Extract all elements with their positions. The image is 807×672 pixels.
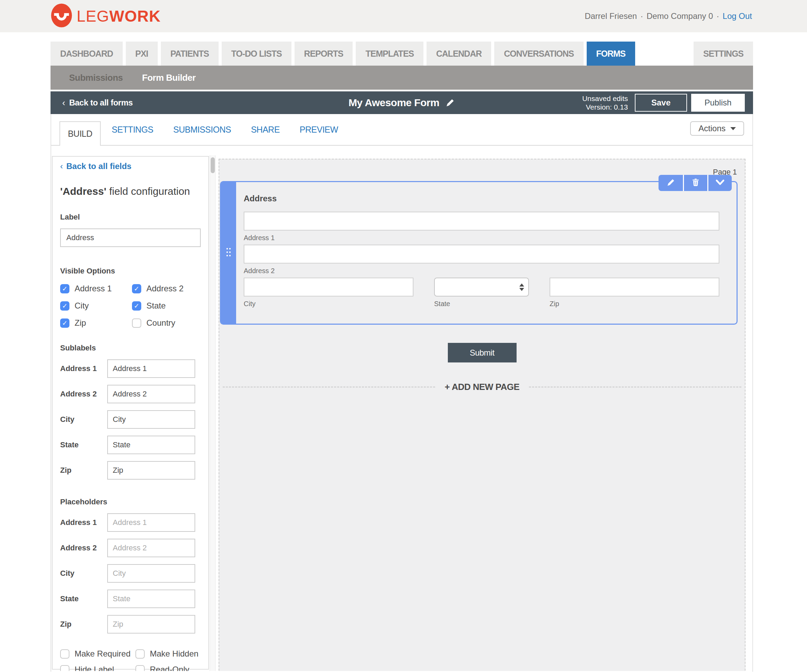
actions-dropdown-button[interactable]: Actions <box>690 121 744 136</box>
logout-link[interactable]: Log Out <box>723 12 752 21</box>
visible-option-city[interactable]: City <box>60 301 132 310</box>
back-to-all-forms-link[interactable]: ‹ Back to all forms <box>62 98 133 108</box>
delete-field-button[interactable] <box>683 175 707 191</box>
config-panel-scrollbar[interactable] <box>210 155 216 671</box>
back-chevron-icon: ‹ <box>60 161 63 171</box>
nav-tab-forms[interactable]: FORMS <box>587 41 635 66</box>
field-flags: Make Required Make Hidden Hide Label Rea… <box>60 649 201 671</box>
checkbox-hide-label[interactable] <box>60 665 70 671</box>
config-panel-title: 'Address' field configuration <box>60 186 201 197</box>
label-heading: Label <box>60 212 201 222</box>
field-label-input[interactable] <box>60 229 201 247</box>
form-tab-links: SETTINGS SUBMISSIONS SHARE PREVIEW <box>112 114 338 145</box>
sublabel-zip-input[interactable] <box>107 461 195 480</box>
state-column: State <box>434 277 529 310</box>
placeholder-address2-input[interactable] <box>107 539 195 557</box>
tab-preview[interactable]: PREVIEW <box>300 125 338 135</box>
logo-wordmark: LEGWORK <box>76 7 161 25</box>
sublabel-address1-input[interactable] <box>107 359 195 378</box>
add-new-page-button[interactable]: + ADD NEW PAGE <box>223 382 741 392</box>
checkbox-read-only[interactable] <box>135 665 145 671</box>
nav-tab-conversations[interactable]: CONVERSATIONS <box>494 41 583 66</box>
visible-option-state[interactable]: State <box>132 301 201 310</box>
pencil-icon <box>666 178 675 188</box>
form-title-wrap: My Awesome Form <box>349 97 455 109</box>
sublabels-heading: Sublabels <box>60 343 201 352</box>
nav-tab-reports[interactable]: REPORTS <box>294 41 353 66</box>
address2-input[interactable] <box>244 245 719 264</box>
city-state-zip-row: City State <box>244 277 719 310</box>
zip-sublabel: Zip <box>550 300 719 308</box>
save-button[interactable]: Save <box>635 94 687 112</box>
grip-dots-icon <box>226 247 231 259</box>
scrollbar-thumb[interactable] <box>211 158 215 173</box>
back-chevron-icon: ‹ <box>62 98 65 108</box>
checkbox-make-required[interactable] <box>60 649 70 659</box>
submit-button[interactable]: Submit <box>448 343 516 362</box>
tab-build[interactable]: BUILD <box>60 121 101 146</box>
edit-field-button[interactable] <box>659 175 683 191</box>
zip-input[interactable] <box>550 277 719 297</box>
nav-tab-pxi[interactable]: PXI <box>126 41 158 66</box>
caret-down-icon <box>731 127 736 130</box>
checkbox-city[interactable] <box>60 301 70 310</box>
select-arrows-icon <box>519 284 524 291</box>
legwork-logo-icon <box>50 3 73 29</box>
placeholder-state-input[interactable] <box>107 589 195 608</box>
visible-option-country[interactable]: Country <box>132 318 201 328</box>
collapse-field-button[interactable] <box>707 175 732 191</box>
placeholder-row-address2: Address 2 <box>60 539 201 557</box>
back-to-all-fields-link[interactable]: ‹ Back to all fields <box>60 161 201 171</box>
nav-tab-calendar[interactable]: CALENDAR <box>427 41 491 66</box>
state-select[interactable] <box>434 277 529 297</box>
flag-read-only[interactable]: Read-Only <box>135 665 201 671</box>
flag-make-hidden[interactable]: Make Hidden <box>135 649 201 659</box>
placeholder-city-input[interactable] <box>107 564 195 583</box>
edit-title-pencil-icon[interactable] <box>445 98 455 108</box>
address1-input[interactable] <box>244 212 719 231</box>
form-header-bar: ‹ Back to all forms My Awesome Form Unsa… <box>50 91 753 114</box>
checkbox-address1[interactable] <box>60 284 70 294</box>
nav-tab-dashboard[interactable]: DASHBOARD <box>50 41 123 66</box>
sublabel-state-input[interactable] <box>107 436 195 454</box>
nav-tab-templates[interactable]: TEMPLATES <box>356 41 423 66</box>
trash-icon <box>691 178 700 188</box>
nav-tab-settings[interactable]: SETTINGS <box>694 41 753 66</box>
page: LEGWORK Darrel Friesen·Demo Company 0·Lo… <box>0 0 807 672</box>
checkbox-country[interactable] <box>132 319 141 328</box>
sublabel-address2-input[interactable] <box>107 385 195 403</box>
sublabel-row-city: City <box>60 410 201 429</box>
company-name: Demo Company 0 <box>646 12 713 21</box>
address-field-block[interactable]: Address Address 1 Address 2 City <box>220 181 737 325</box>
drag-handle[interactable] <box>221 182 236 324</box>
forms-subnav: Submissions Form Builder <box>50 66 753 90</box>
checkbox-zip[interactable] <box>60 319 70 328</box>
chevron-down-icon <box>715 179 725 187</box>
checkbox-make-hidden[interactable] <box>135 649 145 659</box>
checkbox-address2[interactable] <box>132 284 141 294</box>
placeholder-zip-input[interactable] <box>107 615 195 634</box>
tab-submissions[interactable]: SUBMISSIONS <box>173 125 231 135</box>
nav-tab-todo-lists[interactable]: TO-DO LISTS <box>222 41 291 66</box>
tab-settings[interactable]: SETTINGS <box>112 125 153 135</box>
subnav-form-builder[interactable]: Form Builder <box>142 73 196 83</box>
city-sublabel: City <box>244 300 413 308</box>
sublabel-row-address1: Address 1 <box>60 359 201 378</box>
subnav-submissions[interactable]: Submissions <box>69 73 123 83</box>
visible-option-address1[interactable]: Address 1 <box>60 284 132 294</box>
flag-make-required[interactable]: Make Required <box>60 649 135 659</box>
flag-hide-label[interactable]: Hide Label <box>60 665 135 671</box>
nav-tab-patients[interactable]: PATIENTS <box>161 41 219 66</box>
sublabel-rows: Address 1 Address 2 City State <box>60 359 201 480</box>
main-nav-tabs: DASHBOARD PXI PATIENTS TO-DO LISTS REPOR… <box>50 41 753 66</box>
visible-option-zip[interactable]: Zip <box>60 318 132 328</box>
placeholder-address1-input[interactable] <box>107 513 195 532</box>
tab-share[interactable]: SHARE <box>251 125 280 135</box>
checkbox-state[interactable] <box>132 301 141 310</box>
legwork-logo: LEGWORK <box>50 3 161 29</box>
publish-button[interactable]: Publish <box>691 94 745 112</box>
city-input[interactable] <box>244 277 413 297</box>
form-tabs-row: BUILD SETTINGS SUBMISSIONS SHARE PREVIEW… <box>51 114 752 146</box>
sublabel-city-input[interactable] <box>107 410 195 429</box>
visible-option-address2[interactable]: Address 2 <box>132 284 201 294</box>
